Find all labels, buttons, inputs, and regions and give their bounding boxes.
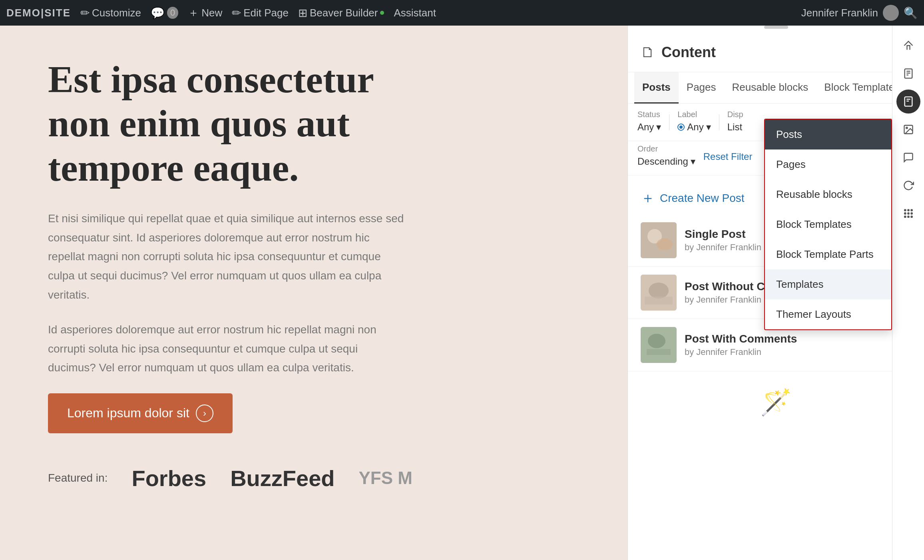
dropdown-item-templates[interactable]: Templates: [765, 269, 891, 299]
panel-title: Content: [661, 44, 890, 61]
dropdown-item-pages[interactable]: Pages: [765, 149, 891, 179]
post-thumb-svg: [641, 275, 677, 311]
content-icon-button[interactable]: [896, 90, 920, 114]
status-label: Status: [637, 110, 661, 119]
svg-point-2: [657, 238, 673, 250]
radio-dot: [677, 124, 685, 131]
image-icon-button[interactable]: [896, 118, 920, 141]
comments-button[interactable]: 💬 0: [151, 6, 178, 20]
svg-point-17: [906, 127, 908, 129]
order-label: Order: [637, 144, 695, 153]
site-logo[interactable]: DEMO|SITE: [6, 7, 71, 19]
label-label: Label: [677, 110, 711, 119]
display-select[interactable]: List: [727, 120, 743, 134]
filter-divider-1: [669, 114, 669, 130]
post-title: Post With Comments: [685, 333, 911, 345]
svg-point-4: [649, 283, 669, 299]
post-thumb-svg: [641, 222, 677, 258]
customize-label: Customize: [92, 7, 141, 19]
svg-point-25: [908, 216, 909, 217]
display-label: Disp: [727, 110, 743, 119]
display-value: List: [727, 122, 742, 133]
admin-bar-right: Jennifer Franklin 🔍: [801, 5, 918, 21]
svg-rect-5: [645, 297, 673, 305]
label-select[interactable]: Any ▾: [677, 120, 711, 134]
hero-body-2: Id asperiores doloremque aut error nostr…: [48, 320, 408, 377]
forbes-logo: Forbes: [131, 465, 206, 491]
arrow-icon: ›: [196, 405, 213, 422]
avatar[interactable]: [883, 5, 899, 21]
order-filter: Order Descending ▾: [637, 144, 695, 169]
order-chevron: ▾: [691, 156, 695, 167]
page-icon-button[interactable]: [896, 62, 920, 86]
svg-point-20: [911, 209, 912, 211]
label-value: Any: [687, 122, 703, 133]
edit-icon: ✏: [232, 6, 241, 20]
beaver-dot: [380, 11, 384, 15]
post-info: Post With Comments by Jennifer Franklin: [685, 333, 911, 357]
dropdown-item-posts[interactable]: Posts: [765, 120, 891, 149]
content-panel-icon: 🗋: [641, 44, 655, 61]
beaver-icon: ⊞: [298, 6, 307, 20]
assistant-button[interactable]: Assistant: [394, 7, 436, 19]
buzzfeed-logo: BuzzFeed: [230, 465, 335, 491]
home-icon-button[interactable]: [896, 34, 920, 58]
order-value: Descending: [637, 156, 688, 167]
refresh-icon-button[interactable]: [896, 173, 920, 197]
beaver-builder-label: Beaver Builder: [310, 7, 378, 19]
create-new-label: Create New Post: [660, 192, 745, 205]
hero-body-1: Et nisi similique qui repellat quae et q…: [48, 209, 408, 304]
svg-point-22: [908, 213, 909, 214]
user-name[interactable]: Jennifer Franklin: [801, 7, 878, 19]
display-filter: Disp List: [727, 110, 743, 134]
status-select[interactable]: Any ▾: [637, 120, 661, 134]
comment-icon-button[interactable]: [896, 145, 920, 169]
main-content: Est ipsa consectetur non enim quos aut t…: [0, 26, 627, 560]
beaver-builder-button[interactable]: ⊞ Beaver Builder: [298, 6, 384, 20]
new-button[interactable]: ＋ New: [188, 5, 222, 20]
status-filter: Status Any ▾: [637, 110, 661, 134]
svg-point-26: [911, 216, 912, 217]
post-author: by Jennifer Franklin: [685, 347, 911, 357]
tab-pages[interactable]: Pages: [679, 72, 724, 104]
status-chevron: ▾: [656, 122, 661, 133]
dropdown-item-reusable-blocks[interactable]: Reusable blocks: [765, 179, 891, 209]
comment-count: 0: [167, 7, 178, 19]
order-select[interactable]: Descending ▾: [637, 154, 695, 169]
svg-point-24: [904, 216, 906, 217]
dropdown-item-block-template-parts[interactable]: Block Template Parts: [765, 239, 891, 269]
dropdown-item-themer-layouts[interactable]: Themer Layouts: [765, 299, 891, 329]
svg-point-19: [908, 209, 909, 211]
tabs-row: Posts Pages Reusable blocks Block Templa…: [628, 72, 924, 104]
dropdown-item-block-templates[interactable]: Block Templates: [765, 209, 891, 239]
featured-section: Featured in: Forbes BuzzFeed YFS M: [48, 465, 579, 491]
assistant-icon-area: 🪄: [628, 371, 924, 433]
search-icon[interactable]: 🔍: [904, 6, 918, 20]
post-thumb-svg: [641, 327, 677, 363]
svg-rect-8: [647, 349, 671, 355]
reset-filter-button[interactable]: Reset Filter: [700, 149, 756, 164]
svg-point-18: [904, 209, 906, 211]
status-value: Any: [637, 122, 654, 133]
cta-button[interactable]: Lorem ipsum dolor sit ›: [48, 393, 233, 433]
label-filter: Label Any ▾: [677, 110, 711, 134]
svg-point-7: [648, 334, 665, 348]
customize-icon: ✏: [80, 6, 90, 20]
plus-icon: ＋: [188, 5, 199, 20]
cta-label: Lorem ipsum dolor sit: [67, 406, 189, 420]
dropdown-menu: Posts Pages Reusable blocks Block Templa…: [764, 119, 892, 330]
featured-label: Featured in:: [48, 472, 108, 484]
post-thumbnail: [641, 327, 677, 363]
label-chevron: ▾: [706, 122, 711, 133]
content-panel: 🗋 Content ✕ Posts Pages Reusable blocks …: [628, 26, 924, 560]
tab-posts[interactable]: Posts: [634, 72, 679, 104]
tabs-section: Posts Pages Reusable blocks Block Templa…: [628, 72, 924, 104]
edit-page-button[interactable]: ✏ Edit Page: [232, 6, 289, 20]
yfs-logo: YFS M: [358, 468, 412, 488]
comment-icon: 💬: [151, 6, 165, 20]
right-panel: 🗋 Content ✕ Posts Pages Reusable blocks …: [627, 26, 924, 560]
assistant-label: Assistant: [394, 7, 436, 19]
tab-reusable-blocks[interactable]: Reusable blocks: [724, 72, 816, 104]
grid-icon-button[interactable]: [896, 201, 920, 225]
customize-button[interactable]: ✏ Customize: [80, 6, 141, 20]
